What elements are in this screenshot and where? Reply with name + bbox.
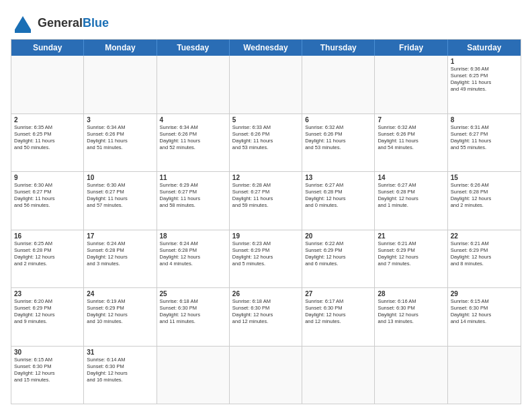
day-info: Sunrise: 6:26 AM Sunset: 6:28 PM Dayligh… xyxy=(451,182,518,210)
logo: GeneralBlue xyxy=(11,11,109,35)
calendar-cell: 13Sunrise: 6:27 AM Sunset: 6:28 PM Dayli… xyxy=(302,172,375,230)
calendar: SundayMondayTuesdayWednesdayThursdayFrid… xyxy=(11,39,521,404)
calendar-cell: 28Sunrise: 6:16 AM Sunset: 6:30 PM Dayli… xyxy=(375,288,447,346)
calendar-cell: 1Sunrise: 6:36 AM Sunset: 6:25 PM Daylig… xyxy=(448,56,521,113)
calendar-cell xyxy=(11,56,84,113)
calendar-cell: 25Sunrise: 6:18 AM Sunset: 6:30 PM Dayli… xyxy=(157,288,230,346)
calendar-cell: 17Sunrise: 6:24 AM Sunset: 6:28 PM Dayli… xyxy=(84,230,157,288)
calendar-cell xyxy=(375,56,447,113)
day-number: 20 xyxy=(305,232,371,240)
day-number: 24 xyxy=(87,290,153,298)
generalblue-icon xyxy=(11,11,35,35)
calendar-cell: 4Sunrise: 6:34 AM Sunset: 6:26 PM Daylig… xyxy=(157,114,230,172)
calendar-row-5: 30Sunrise: 6:15 AM Sunset: 6:30 PM Dayli… xyxy=(11,346,521,404)
day-info: Sunrise: 6:16 AM Sunset: 6:30 PM Dayligh… xyxy=(378,298,444,326)
calendar-row-3: 16Sunrise: 6:25 AM Sunset: 6:28 PM Dayli… xyxy=(11,230,521,288)
day-number: 23 xyxy=(14,290,81,298)
calendar-cell: 27Sunrise: 6:17 AM Sunset: 6:30 PM Dayli… xyxy=(302,288,375,346)
day-info: Sunrise: 6:15 AM Sunset: 6:30 PM Dayligh… xyxy=(14,357,81,384)
day-number: 14 xyxy=(378,174,444,181)
calendar-cell: 6Sunrise: 6:32 AM Sunset: 6:26 PM Daylig… xyxy=(302,114,375,172)
calendar-cell xyxy=(448,347,521,404)
day-info: Sunrise: 6:18 AM Sunset: 6:30 PM Dayligh… xyxy=(232,298,299,326)
day-number: 5 xyxy=(232,116,299,124)
day-number: 4 xyxy=(160,116,226,124)
day-number: 27 xyxy=(305,290,371,298)
calendar-cell xyxy=(302,56,375,113)
day-info: Sunrise: 6:19 AM Sunset: 6:29 PM Dayligh… xyxy=(87,298,153,326)
day-number: 10 xyxy=(87,174,153,181)
day-info: Sunrise: 6:24 AM Sunset: 6:28 PM Dayligh… xyxy=(160,240,226,268)
weekday-header-tuesday: Tuesday xyxy=(157,40,230,56)
day-number: 30 xyxy=(14,349,81,356)
calendar-cell: 22Sunrise: 6:21 AM Sunset: 6:29 PM Dayli… xyxy=(448,230,521,288)
calendar-cell: 7Sunrise: 6:32 AM Sunset: 6:26 PM Daylig… xyxy=(375,114,447,172)
calendar-cell: 3Sunrise: 6:34 AM Sunset: 6:26 PM Daylig… xyxy=(84,114,157,172)
day-number: 15 xyxy=(451,174,518,181)
header: GeneralBlue xyxy=(11,11,521,35)
day-info: Sunrise: 6:31 AM Sunset: 6:27 PM Dayligh… xyxy=(451,124,518,152)
calendar-cell xyxy=(375,347,447,404)
day-info: Sunrise: 6:28 AM Sunset: 6:27 PM Dayligh… xyxy=(232,182,299,210)
day-info: Sunrise: 6:23 AM Sunset: 6:29 PM Dayligh… xyxy=(232,240,299,268)
day-info: Sunrise: 6:15 AM Sunset: 6:30 PM Dayligh… xyxy=(451,298,518,326)
calendar-cell: 29Sunrise: 6:15 AM Sunset: 6:30 PM Dayli… xyxy=(448,288,521,346)
day-number: 12 xyxy=(232,174,299,181)
weekday-header-monday: Monday xyxy=(84,40,157,56)
calendar-cell: 21Sunrise: 6:21 AM Sunset: 6:29 PM Dayli… xyxy=(375,230,447,288)
calendar-cell: 23Sunrise: 6:20 AM Sunset: 6:29 PM Dayli… xyxy=(11,288,84,346)
day-info: Sunrise: 6:32 AM Sunset: 6:26 PM Dayligh… xyxy=(305,124,371,152)
calendar-cell xyxy=(230,56,302,113)
calendar-cell: 14Sunrise: 6:27 AM Sunset: 6:28 PM Dayli… xyxy=(375,172,447,230)
day-number: 16 xyxy=(14,232,81,240)
calendar-cell xyxy=(157,56,230,113)
day-info: Sunrise: 6:14 AM Sunset: 6:30 PM Dayligh… xyxy=(87,357,153,384)
day-info: Sunrise: 6:29 AM Sunset: 6:27 PM Dayligh… xyxy=(160,182,226,210)
day-number: 8 xyxy=(451,116,518,124)
day-number: 18 xyxy=(160,232,226,240)
calendar-row-0: 1Sunrise: 6:36 AM Sunset: 6:25 PM Daylig… xyxy=(11,56,521,113)
calendar-cell: 9Sunrise: 6:30 AM Sunset: 6:27 PM Daylig… xyxy=(11,172,84,230)
day-info: Sunrise: 6:25 AM Sunset: 6:28 PM Dayligh… xyxy=(14,240,81,268)
day-info: Sunrise: 6:21 AM Sunset: 6:29 PM Dayligh… xyxy=(451,240,518,268)
calendar-cell: 15Sunrise: 6:26 AM Sunset: 6:28 PM Dayli… xyxy=(448,172,521,230)
day-number: 19 xyxy=(232,232,299,240)
day-number: 26 xyxy=(232,290,299,298)
calendar-header: SundayMondayTuesdayWednesdayThursdayFrid… xyxy=(11,40,521,56)
calendar-row-1: 2Sunrise: 6:35 AM Sunset: 6:25 PM Daylig… xyxy=(11,113,521,172)
day-info: Sunrise: 6:30 AM Sunset: 6:27 PM Dayligh… xyxy=(14,182,81,210)
calendar-cell: 31Sunrise: 6:14 AM Sunset: 6:30 PM Dayli… xyxy=(84,347,157,404)
calendar-row-2: 9Sunrise: 6:30 AM Sunset: 6:27 PM Daylig… xyxy=(11,171,521,230)
day-info: Sunrise: 6:24 AM Sunset: 6:28 PM Dayligh… xyxy=(87,240,153,268)
weekday-header-saturday: Saturday xyxy=(448,40,521,56)
calendar-cell: 18Sunrise: 6:24 AM Sunset: 6:28 PM Dayli… xyxy=(157,230,230,288)
calendar-cell xyxy=(157,347,230,404)
day-number: 31 xyxy=(87,349,153,356)
day-number: 17 xyxy=(87,232,153,240)
calendar-cell: 16Sunrise: 6:25 AM Sunset: 6:28 PM Dayli… xyxy=(11,230,84,288)
day-info: Sunrise: 6:32 AM Sunset: 6:26 PM Dayligh… xyxy=(378,124,444,152)
day-info: Sunrise: 6:36 AM Sunset: 6:25 PM Dayligh… xyxy=(451,66,518,93)
day-number: 22 xyxy=(451,232,518,240)
page: GeneralBlue SundayMondayTuesdayWednesday… xyxy=(0,0,532,411)
day-info: Sunrise: 6:34 AM Sunset: 6:26 PM Dayligh… xyxy=(87,124,153,152)
day-number: 2 xyxy=(14,116,81,124)
day-number: 6 xyxy=(305,116,371,124)
weekday-header-sunday: Sunday xyxy=(11,40,84,56)
calendar-cell: 30Sunrise: 6:15 AM Sunset: 6:30 PM Dayli… xyxy=(11,347,84,404)
weekday-header-wednesday: Wednesday xyxy=(230,40,302,56)
calendar-cell: 10Sunrise: 6:30 AM Sunset: 6:27 PM Dayli… xyxy=(84,172,157,230)
day-info: Sunrise: 6:22 AM Sunset: 6:29 PM Dayligh… xyxy=(305,240,371,268)
weekday-header-thursday: Thursday xyxy=(302,40,375,56)
day-number: 1 xyxy=(451,58,518,65)
calendar-cell xyxy=(302,347,375,404)
day-number: 11 xyxy=(160,174,226,181)
day-info: Sunrise: 6:27 AM Sunset: 6:28 PM Dayligh… xyxy=(378,182,444,210)
calendar-cell: 20Sunrise: 6:22 AM Sunset: 6:29 PM Dayli… xyxy=(302,230,375,288)
day-info: Sunrise: 6:20 AM Sunset: 6:29 PM Dayligh… xyxy=(14,298,81,326)
calendar-cell: 2Sunrise: 6:35 AM Sunset: 6:25 PM Daylig… xyxy=(11,114,84,172)
day-number: 28 xyxy=(378,290,444,298)
day-info: Sunrise: 6:17 AM Sunset: 6:30 PM Dayligh… xyxy=(305,298,371,326)
calendar-body: 1Sunrise: 6:36 AM Sunset: 6:25 PM Daylig… xyxy=(11,56,521,404)
calendar-cell: 11Sunrise: 6:29 AM Sunset: 6:27 PM Dayli… xyxy=(157,172,230,230)
